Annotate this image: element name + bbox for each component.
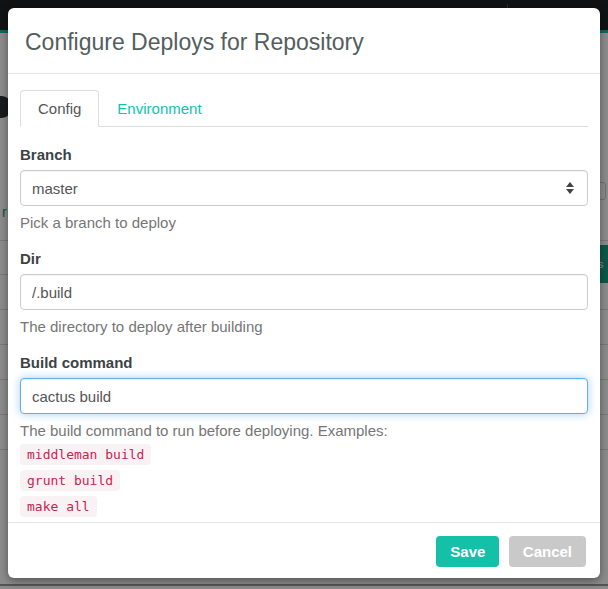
build-command-help-text: The build command to run before deployin…: [20, 422, 588, 439]
tab-environment[interactable]: Environment: [99, 90, 219, 127]
code-example: middleman build: [20, 444, 151, 465]
build-command-label: Build command: [20, 354, 588, 371]
build-command-examples: middleman build grunt build make all: [20, 444, 588, 517]
dir-help-text: The directory to deploy after building: [20, 318, 588, 335]
dir-field-group: Dir The directory to deploy after buildi…: [20, 250, 588, 335]
cancel-button[interactable]: Cancel: [509, 536, 586, 567]
modal-footer: Save Cancel: [8, 522, 600, 581]
branch-select-value: master: [32, 180, 78, 197]
code-example: make all: [20, 496, 97, 517]
modal-title: Configure Deploys for Repository: [25, 29, 584, 56]
build-command-input[interactable]: [20, 378, 588, 414]
configure-deploys-modal: Configure Deploys for Repository Config …: [8, 8, 600, 578]
tab-config[interactable]: Config: [20, 90, 99, 127]
branch-label: Branch: [20, 146, 588, 163]
save-button[interactable]: Save: [436, 536, 499, 567]
code-example: grunt build: [20, 470, 120, 491]
tab-bar: Config Environment: [20, 90, 588, 127]
modal-body: Config Environment Branch master Pick a …: [8, 74, 600, 522]
dir-input[interactable]: [20, 274, 588, 310]
modal-header: Configure Deploys for Repository: [8, 8, 600, 74]
branch-select[interactable]: master: [20, 170, 588, 206]
branch-field-group: Branch master Pick a branch to deploy: [20, 146, 588, 231]
select-arrows-icon: [566, 182, 574, 194]
dir-label: Dir: [20, 250, 588, 267]
branch-help-text: Pick a branch to deploy: [20, 214, 588, 231]
build-command-field-group: Build command The build command to run b…: [20, 354, 588, 517]
